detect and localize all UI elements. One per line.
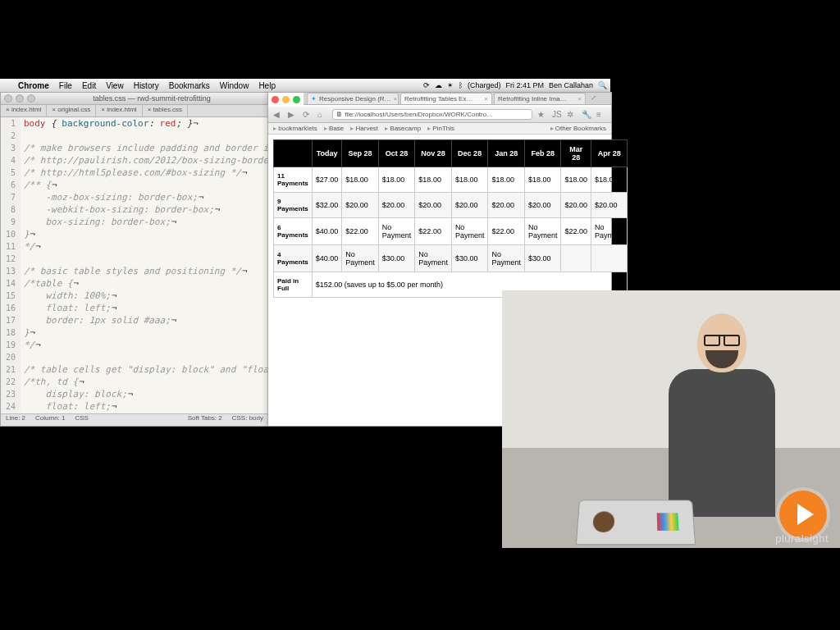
window-close-icon[interactable] bbox=[4, 94, 12, 103]
menu-bookmarks[interactable]: Bookmarks bbox=[164, 81, 215, 90]
bluetooth-icon: ᛒ bbox=[459, 81, 463, 89]
browser-tab[interactable]: ✦ Responsive Design (R… × bbox=[307, 93, 399, 104]
table-cell: $20.00 bbox=[488, 193, 525, 218]
row-header: 6 Payments bbox=[274, 218, 313, 245]
status-scope: CSS: body bbox=[232, 414, 263, 426]
code-lines[interactable]: body { background-color: red; }¬ /* make… bbox=[21, 117, 268, 413]
table-header: Jan 28 bbox=[488, 140, 525, 167]
table-cell: $20.00 bbox=[591, 193, 628, 218]
table-header bbox=[274, 140, 313, 167]
browser-tab[interactable]: Retrofitting Inline Ima… × bbox=[494, 93, 586, 104]
table-cell: $20.00 bbox=[451, 193, 488, 218]
twitter-icon: ✦ bbox=[311, 95, 317, 103]
menu-edit[interactable]: Edit bbox=[77, 81, 101, 90]
bookmark-folder[interactable]: bookmarklets bbox=[273, 125, 317, 132]
table-cell: $18.00 bbox=[451, 167, 488, 193]
window-minimize-icon[interactable] bbox=[16, 94, 24, 103]
tab-title: Retrofitting Inline Ima… bbox=[498, 95, 567, 103]
table-cell: No Payment bbox=[524, 218, 561, 245]
menu-history[interactable]: History bbox=[129, 81, 164, 90]
table-header: Apr 28 bbox=[591, 140, 628, 167]
play-button[interactable] bbox=[779, 491, 827, 538]
table-cell: $40.00 bbox=[312, 218, 342, 245]
extension-icon[interactable]: JS bbox=[552, 110, 562, 120]
table-cell: $20.00 bbox=[342, 193, 379, 218]
window-minimize-icon[interactable] bbox=[282, 96, 290, 103]
table-header: Sep 28 bbox=[342, 140, 379, 167]
table-cell: No Payment bbox=[415, 245, 452, 272]
settings-icon[interactable]: ✲ bbox=[567, 110, 577, 120]
file-tab[interactable]: × tables.css bbox=[143, 105, 188, 116]
traffic-lights bbox=[268, 93, 304, 107]
status-col: Column: 1 bbox=[35, 414, 65, 426]
presenter-figure bbox=[664, 313, 779, 518]
user-name: Ben Callahan bbox=[549, 81, 593, 89]
bookmark-item[interactable]: Base bbox=[324, 125, 344, 132]
status-line: Line: 2 bbox=[6, 414, 25, 426]
presenter-laptop bbox=[566, 499, 705, 550]
table-row: 9 Payments$32.00$20.00$20.00$20.00$20.00… bbox=[274, 193, 628, 218]
menu-window[interactable]: Window bbox=[215, 81, 254, 90]
close-tab-icon[interactable]: × bbox=[394, 95, 398, 103]
address-bar[interactable]: 🗎 file://localhost/Users/ben/Dropbox/WOR… bbox=[332, 109, 532, 120]
window-zoom-icon[interactable] bbox=[293, 96, 300, 103]
menubar-status-icon: ⟳ bbox=[423, 81, 430, 89]
page-content: TodaySep 28Oct 28Nov 28Dec 28Jan 28Feb 2… bbox=[268, 135, 611, 303]
file-tab[interactable]: × index.html bbox=[96, 105, 142, 116]
close-tab-icon[interactable]: × bbox=[578, 95, 582, 103]
row-header: 4 Payments bbox=[274, 245, 313, 272]
editor-title: tables.css — rwd-summit-retrofitting bbox=[39, 94, 265, 103]
table-cell: $18.00 bbox=[415, 167, 452, 193]
battery-status: (Charged) bbox=[468, 81, 501, 89]
table-cell: $18.00 bbox=[524, 167, 561, 193]
menu-icon[interactable]: ≡ bbox=[596, 110, 606, 120]
file-tab[interactable]: × index.html bbox=[1, 105, 47, 116]
fullscreen-icon[interactable]: ⤢ bbox=[587, 93, 600, 104]
table-header: Nov 28 bbox=[415, 140, 452, 167]
menu-help[interactable]: Help bbox=[253, 81, 281, 90]
table-cell: $18.00 bbox=[488, 167, 525, 193]
home-icon[interactable]: ⌂ bbox=[317, 110, 327, 120]
window-close-icon[interactable] bbox=[272, 96, 279, 103]
table-cell bbox=[561, 245, 591, 272]
close-tab-icon[interactable]: × bbox=[484, 95, 488, 103]
table-cell bbox=[591, 245, 628, 272]
spotlight-icon[interactable]: 🔍 bbox=[598, 81, 607, 89]
table-cell: No Payment bbox=[378, 218, 415, 245]
table-cell: No Payment bbox=[342, 245, 379, 272]
bookmark-item[interactable]: Harvest bbox=[350, 125, 378, 132]
payments-table: TodaySep 28Oct 28Nov 28Dec 28Jan 28Feb 2… bbox=[273, 139, 628, 298]
table-header: Mar 28 bbox=[561, 140, 591, 167]
video-frame: Chrome File Edit View History Bookmarks … bbox=[0, 0, 840, 630]
table-row: 6 Payments$40.00$22.00No Payment$22.00No… bbox=[274, 218, 628, 245]
table-cell: $22.00 bbox=[415, 218, 452, 245]
browser-toolbar: ◀ ▶ ⟳ ⌂ 🗎 file://localhost/Users/ben/Dro… bbox=[268, 107, 611, 123]
table-cell: $20.00 bbox=[378, 193, 415, 218]
wrench-icon[interactable]: 🔧 bbox=[582, 110, 591, 120]
table-cell: $20.00 bbox=[561, 193, 591, 218]
menu-view[interactable]: View bbox=[101, 81, 129, 90]
editor-titlebar[interactable]: tables.css — rwd-summit-retrofitting bbox=[1, 93, 268, 105]
reload-icon[interactable]: ⟳ bbox=[303, 110, 313, 120]
table-cell: $30.00 bbox=[451, 245, 488, 272]
window-zoom-icon[interactable] bbox=[27, 94, 35, 103]
status-soft-tabs: Soft Tabs: 2 bbox=[188, 414, 222, 426]
back-icon[interactable]: ◀ bbox=[273, 110, 283, 120]
status-lang: CSS bbox=[75, 414, 89, 426]
extension-icon[interactable]: ★ bbox=[537, 110, 547, 120]
bookmark-item[interactable]: PinThis bbox=[427, 125, 454, 132]
table-cell: $40.00 bbox=[312, 245, 342, 272]
file-tab[interactable]: × original.css bbox=[47, 105, 96, 116]
bookmark-item[interactable]: Basecamp bbox=[385, 125, 421, 132]
table-cell: No Payment bbox=[488, 245, 525, 272]
app-name[interactable]: Chrome bbox=[13, 81, 54, 90]
table-cell: $22.00 bbox=[561, 218, 591, 245]
table-cell: $18.00 bbox=[561, 167, 591, 193]
other-bookmarks[interactable]: Other Bookmarks bbox=[550, 125, 606, 132]
menu-file[interactable]: File bbox=[54, 81, 77, 90]
table-cell: $18.00 bbox=[378, 167, 415, 193]
browser-tab-active[interactable]: Retrofitting Tables Ex… × bbox=[400, 93, 492, 104]
code-area[interactable]: 1234567891011121314151617181920212223242… bbox=[1, 117, 268, 413]
table-cell: $30.00 bbox=[524, 245, 561, 272]
forward-icon[interactable]: ▶ bbox=[288, 110, 298, 120]
